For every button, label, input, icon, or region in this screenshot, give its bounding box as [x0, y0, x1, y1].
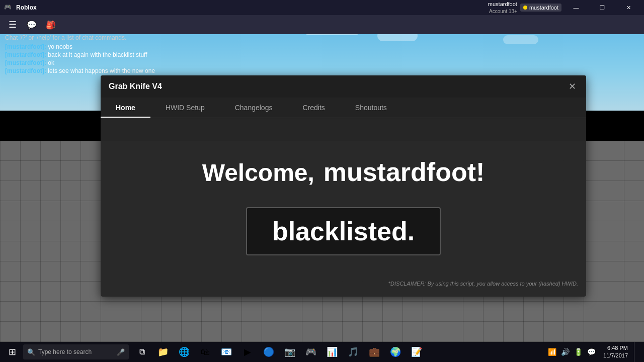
notification-icon[interactable]: 💬	[585, 346, 597, 358]
app11-button[interactable]: 🎵	[343, 342, 363, 362]
show-desktop-button[interactable]	[634, 342, 638, 362]
tab-home[interactable]: Home	[101, 98, 150, 118]
task-view-icon: ⧉	[139, 347, 145, 356]
modal-close-button[interactable]: ✕	[566, 80, 578, 93]
app12-icon: 💼	[369, 346, 380, 357]
search-icon: 🔍	[27, 348, 35, 356]
search-input[interactable]	[38, 348, 114, 355]
tab-shoutouts[interactable]: Shoutouts	[340, 98, 402, 118]
chat-area: Chat '/?' or '/help' for a list of chat …	[5, 34, 186, 75]
chat-username-2: [mustardfoot]:	[5, 51, 46, 58]
app13-button[interactable]: 🌍	[385, 342, 406, 362]
store-button[interactable]: 🛍	[195, 342, 215, 362]
edge-icon: 🌐	[179, 346, 190, 357]
start-button[interactable]: ⊞	[2, 342, 22, 362]
tab-changelogs[interactable]: Changelogs	[220, 98, 288, 118]
app5-button[interactable]: 📧	[216, 342, 236, 362]
app14-icon: 📝	[411, 346, 422, 357]
roblox-logo-icon: 🎮	[4, 4, 12, 12]
modal-title: Grab Knife V4	[109, 82, 162, 91]
chrome-icon: 🔵	[263, 346, 274, 357]
app6-icon: ▶	[244, 346, 251, 357]
edge-button[interactable]: 🌐	[174, 342, 194, 362]
account-badge[interactable]: mustardfoot	[520, 4, 561, 12]
microphone-icon: 🎤	[117, 348, 125, 356]
hamburger-icon: ☰	[9, 19, 17, 30]
close-button[interactable]: ✕	[617, 0, 640, 15]
file-explorer-button[interactable]: 📁	[153, 342, 173, 362]
time-display: 6:48 PM	[603, 344, 628, 352]
minimize-button[interactable]: —	[565, 0, 588, 15]
chat-text-3: ok	[48, 59, 54, 66]
titlebar-left: 🎮 Roblox	[4, 4, 37, 12]
chat-line-1: [mustardfoot]: yo noobs	[5, 43, 186, 50]
taskbar-apps: ⧉ 📁 🌐 🛍 📧 ▶ 🔵 📷 🎮 📊 🎵	[132, 342, 427, 362]
bag-icon: 🎒	[46, 20, 56, 30]
chat-line-2: [mustardfoot]: back at it again with the…	[5, 51, 186, 58]
chat-text-1: yo noobs	[48, 43, 72, 50]
account-dot-icon	[523, 6, 527, 10]
app14-button[interactable]: 📝	[407, 342, 427, 362]
app11-icon: 🎵	[348, 346, 359, 357]
chat-text-4: lets see what happens with the new one	[48, 67, 155, 74]
taskbar-search-box[interactable]: 🔍 🎤	[23, 344, 129, 359]
chat-username-1: [mustardfoot]:	[5, 43, 46, 50]
chat-button[interactable]: 💬	[24, 18, 39, 32]
taskbar-clock[interactable]: 6:48 PM 11/7/2017	[599, 344, 632, 360]
toolbar: ☰ 💬 🎒	[0, 15, 644, 34]
file-explorer-icon: 📁	[157, 346, 169, 357]
battery-icon[interactable]: 🔋	[572, 346, 584, 358]
app8-icon: 📷	[284, 346, 295, 357]
titlebar: 🎮 Roblox mustardfoot Account 13+ mustard…	[0, 0, 644, 15]
account-name: mustardfoot	[488, 1, 517, 8]
titlebar-right: mustardfoot Account 13+ mustardfoot — ❐ …	[488, 0, 640, 15]
windows-icon: ⊞	[9, 346, 16, 357]
network-icon[interactable]: 📶	[546, 346, 558, 358]
app12-button[interactable]: 💼	[364, 342, 384, 362]
modal-header: Grab Knife V4 ✕	[101, 75, 586, 98]
chat-text-2: back at it again with the blacklist stuf…	[48, 51, 147, 58]
chat-line-4: [mustardfoot]: lets see what happens wit…	[5, 67, 186, 74]
modal-body: Welcome, mustardfoot! blacklisted. *DISC…	[101, 118, 586, 294]
system-tray: 📶 🔊 🔋 💬 6:48 PM 11/7/2017	[546, 342, 642, 362]
store-icon: 🛍	[201, 347, 210, 357]
app13-icon: 🌍	[390, 346, 401, 357]
volume-icon[interactable]: 🔊	[559, 346, 571, 358]
restore-button[interactable]: ❐	[591, 0, 614, 15]
welcome-username: mustardfoot!	[324, 157, 485, 187]
disclaimer-text: *DISCLAIMER: By using this script, you a…	[388, 281, 578, 287]
task-view-button[interactable]: ⧉	[132, 342, 152, 362]
chat-username-4: [mustardfoot]:	[5, 67, 46, 74]
tab-credits[interactable]: Credits	[287, 98, 340, 118]
app9-button[interactable]: 🎮	[301, 342, 321, 362]
date-display: 11/7/2017	[603, 352, 628, 359]
app5-icon: 📧	[221, 346, 232, 357]
tab-hwid-setup[interactable]: HWID Setup	[150, 98, 220, 118]
modal-tabs: Home HWID Setup Changelogs Credits Shout…	[101, 98, 586, 118]
modal: Grab Knife V4 ✕ Home HWID Setup Changelo…	[101, 75, 586, 297]
menu-button[interactable]: ☰	[5, 18, 20, 32]
chrome-button[interactable]: 🔵	[259, 342, 279, 362]
app8-button[interactable]: 📷	[280, 342, 300, 362]
app9-icon: 🎮	[305, 346, 316, 357]
welcome-prefix: Welcome,	[202, 159, 314, 186]
taskbar: ⊞ 🔍 🎤 ⧉ 📁 🌐 🛍 📧 ▶ 🔵 📷 🎮	[0, 342, 644, 362]
chat-system-message: Chat '/?' or '/help' for a list of chat …	[5, 34, 186, 41]
blacklisted-text: blacklisted.	[272, 217, 415, 246]
chat-username-3: [mustardfoot]:	[5, 59, 46, 66]
systray-icons: 📶 🔊 🔋 💬	[546, 346, 597, 358]
blacklisted-badge: blacklisted.	[246, 207, 441, 255]
titlebar-title: Roblox	[16, 4, 37, 11]
account-info: mustardfoot Account 13+	[488, 1, 517, 14]
chat-line-3: [mustardfoot]: ok	[5, 59, 186, 66]
bag-button[interactable]: 🎒	[43, 18, 58, 32]
account-tier: Account 13+	[488, 8, 517, 15]
welcome-message: Welcome, mustardfoot!	[202, 157, 485, 187]
app6-button[interactable]: ▶	[237, 342, 258, 362]
app10-icon: 📊	[327, 346, 338, 357]
account-badge-label: mustardfoot	[529, 5, 558, 11]
app10-button[interactable]: 📊	[322, 342, 342, 362]
chat-icon: 💬	[27, 20, 37, 30]
